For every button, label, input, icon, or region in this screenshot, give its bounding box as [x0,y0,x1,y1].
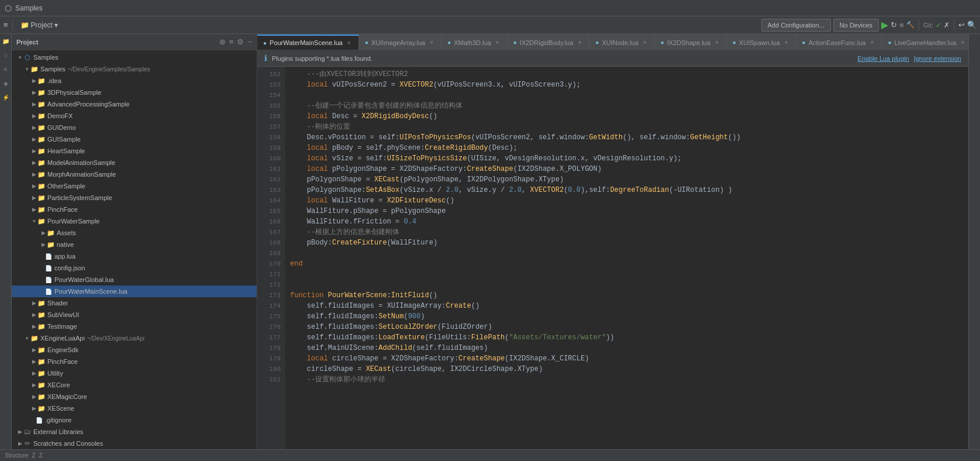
tab-ix2drigid[interactable]: ● IX2DRigidBody.lua × [508,35,590,50]
tab-xuispawn[interactable]: ● XUISpawn.lua × [727,35,796,50]
tab-close-8[interactable]: × [868,39,875,46]
tab-pourwatermainscene[interactable]: ● PourWaterMainScene.lua × [257,35,359,50]
tree-item-guidemo[interactable]: ▶ 📁 GUIDemo [12,122,257,133]
particle-folder-icon: 📁 [37,194,46,202]
bottom-z2-label[interactable]: Z [39,452,43,459]
advanced-folder-icon: 📁 [37,100,46,108]
project-dropdown[interactable]: 📁 Project ▾ [17,21,61,29]
structure-icon[interactable]: ≡ [1,64,11,74]
tree-item-heartsample[interactable]: ▶ 📁 HeartSample [12,145,257,157]
add-configuration-button[interactable]: Add Configuration... [761,19,831,32]
guisample-folder-icon: 📁 [37,135,46,143]
tab-close-2[interactable]: × [428,39,435,46]
gear-button[interactable]: ⚙ [237,37,244,46]
ignore-extension-button[interactable]: Ignore extension [914,55,961,62]
reload-icon[interactable]: ↻ [891,20,897,29]
tab-close-5[interactable]: × [641,39,648,46]
tree-item-subviewui[interactable]: ▶ 📁 SubViewUI [12,309,257,321]
tree-item-xemagiccore[interactable]: ▶ 📁 XEMagicCore [12,391,257,402]
project-panel-header: Project ⊕ ≡ ⚙ − [12,34,257,50]
tab-xuiimagearray[interactable]: ● XUIImageArray.lua × [359,35,441,50]
tab-ix2dshape[interactable]: ● IX2DShape.lua × [655,35,727,50]
enable-lua-plugin-button[interactable]: Enable Lua plugin [858,55,909,62]
project-icon[interactable]: 📁 [1,36,11,46]
search-icon[interactable]: 🔍 [967,20,976,29]
zap-icon[interactable]: ⚡ [1,92,11,102]
tree-item-gitignore[interactable]: 📄 .gitignore [12,414,257,426]
tree-item-xecore[interactable]: ▶ 📁 XECore [12,379,257,391]
code-line-177: self.fluidImages:LoadTexture(FileUtils:F… [290,332,964,343]
minimize-button[interactable]: − [247,37,252,46]
tab-lua-icon-3: ● [447,39,451,46]
resource-icon[interactable]: ◈ [1,78,11,88]
tree-item-3dphysical[interactable]: ▶ 📁 3DPhysicalSample [12,87,257,98]
scope-button[interactable]: ⊕ [219,37,226,46]
tree-item-morphanim[interactable]: ▶ 📁 MorphAnimationSample [12,168,257,180]
undo-icon[interactable]: ↩ [958,20,965,29]
tree-item-testimage[interactable]: ▶ 📁 TestImage [12,321,257,332]
tree-item-shader[interactable]: ▶ 📁 Shader [12,297,257,309]
tree-item-pinchface1[interactable]: ▶ 📁 PinchFace [12,204,257,215]
bottom-structure-label[interactable]: Structure [5,452,29,459]
line-num-173: 173 [257,290,285,301]
tab-actionease[interactable]: ● ActionEaseFunc.lua × [796,35,882,50]
tree-item-external[interactable]: ▶ 🗂 External Libraries [12,426,257,438]
tab-close-4[interactable]: × [576,39,583,46]
build-icon[interactable]: 🔨 [906,21,915,29]
tree-item-othersample[interactable]: ▶ 📁 OtherSample [12,180,257,192]
tab-label-8: ActionEaseFunc.lua [809,39,866,46]
hamburger-icon[interactable]: ≡ [4,20,8,29]
tree-item-advanced[interactable]: ▶ 📁 AdvancedProcessingSample [12,98,257,110]
tree-item-utility[interactable]: ▶ 📁 Utility [12,367,257,379]
code-line-160: local vSize = self:UISizeToPhysicsSize(U… [290,153,964,164]
code-line-155: --创建一个记录要包含要创建的刚体信息的结构体 [290,101,964,111]
tree-item-xengine[interactable]: ▾ 📁 XEngineLuaApi ~/Dev/XEngineLuaApi [12,332,257,344]
code-line-172 [290,280,964,290]
native-folder-icon: 📁 [47,240,55,249]
tab-xuinode[interactable]: ● XUINode.lua × [589,35,654,50]
tree-item-demofx[interactable]: ▶ 📁 DemoFX [12,110,257,122]
bookmark-icon[interactable]: ☆ [1,50,11,60]
settings-button[interactable]: ≡ [229,37,234,46]
right-sidebar-icons [968,34,980,449]
tree-item-xescene[interactable]: ▶ 📁 XEScene [12,402,257,414]
tab-close-9[interactable]: × [959,39,966,46]
git-x-icon[interactable]: ✗ [944,21,950,29]
expand-arrow-xemagiccore: ▶ [30,393,37,400]
applua-label: app.lua [54,253,75,260]
tree-item-configjson[interactable]: 📄 config.json [12,262,257,274]
guidemo-folder-icon: 📁 [37,123,46,132]
tab-xmath3d[interactable]: ● XMath3D.lua × [441,35,508,50]
tree-item-pourwater[interactable]: ▾ 📁 PourWaterSample [12,215,257,227]
no-devices-button[interactable]: No Devices [833,19,879,32]
tree-item-idea[interactable]: ▶ 📁 .idea [12,75,257,87]
tree-item-particle[interactable]: ▶ 📁 ParticleSystemSample [12,192,257,204]
run-icon[interactable]: ▶ [881,19,888,30]
tree-item-guisample[interactable]: ▶ 📁 GUISample [12,133,257,145]
tree-item-applua[interactable]: 📄 app.lua [12,250,257,262]
tab-close-3[interactable]: × [494,39,501,46]
tree-item-scratches[interactable]: ▶ ✏ Scratches and Consoles [12,438,257,449]
tree-item-enginesdk[interactable]: ▶ 📁 EngineSdk [12,344,257,356]
tab-livegame[interactable]: ● LiveGameHandler.lua × [882,35,968,50]
code-content[interactable]: ---由XVECTOR3转到XVECTOR2 local vUIPosScree… [285,67,968,449]
tree-item-pourwatermain[interactable]: 📄 PourWaterMainScene.lua [12,285,257,297]
tab-close-6[interactable]: × [713,39,720,46]
tab-close-7[interactable]: × [783,39,790,46]
git-check-icon[interactable]: ✓ [936,21,941,29]
tree-item-native[interactable]: ▶ 📁 native [12,239,257,250]
tree-item-samples[interactable]: ▾ 📁 Samples ~/Dev/EngineSamples/Samples [12,63,257,75]
shader-label: Shader [47,300,68,307]
tree-item-pinchface2[interactable]: ▶ 📁 PinchFace [12,356,257,367]
samples-root-label: Samples [33,54,58,61]
tree-item-modelanim[interactable]: ▶ 📁 ModelAnimationSample [12,157,257,168]
code-line-174: self.fluidImages = XUIImageArray:Create(… [290,301,964,311]
tree-item-pourwaterglobal[interactable]: 📄 PourWaterGlobal.lua [12,274,257,285]
expand-arrow-samples-sub: ▾ [23,66,30,73]
tab-close-1[interactable]: × [346,40,353,46]
stop-icon[interactable]: ■ [899,20,904,29]
bottom-z-label[interactable]: Z [32,452,36,459]
tree-item-assets[interactable]: ▶ 📁 Assets [12,227,257,239]
pinchface2-label: PinchFace [47,358,78,365]
tree-item-samples-root[interactable]: ▾ ⬡ Samples [12,51,257,63]
